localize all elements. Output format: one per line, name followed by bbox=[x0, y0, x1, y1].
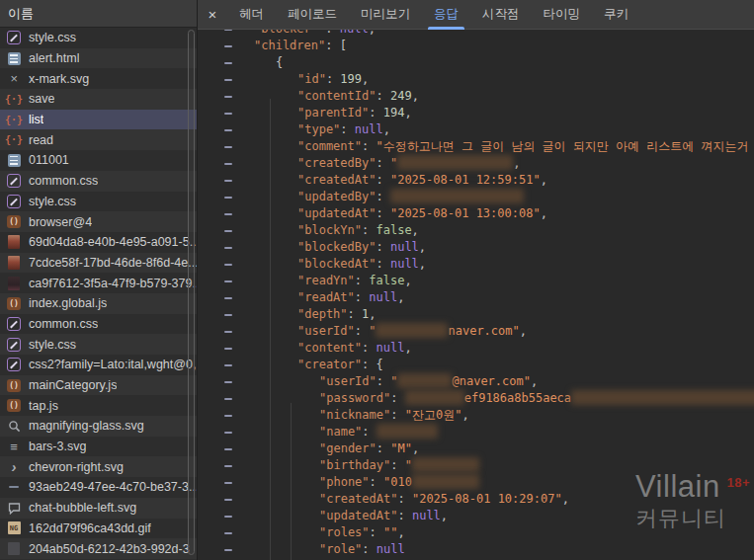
fold-marker[interactable] bbox=[224, 30, 232, 31]
request-row[interactable]: {·}save bbox=[0, 89, 197, 110]
tab-2[interactable]: 미리보기 bbox=[359, 0, 412, 30]
redacted-blur bbox=[571, 390, 754, 405]
fold-marker[interactable] bbox=[224, 62, 232, 64]
request-label: alert.html bbox=[29, 51, 79, 65]
fold-marker[interactable] bbox=[224, 96, 232, 98]
fold-marker[interactable] bbox=[224, 213, 232, 215]
fold-marker[interactable] bbox=[224, 197, 232, 199]
request-label: css2?family=Lato:ital,wght@0,... bbox=[29, 358, 197, 371]
tab-4[interactable]: 시작점 bbox=[480, 0, 522, 30]
request-label: read bbox=[29, 133, 53, 147]
response-panel: × 헤더페이로드미리보기응답시작점타이밍쿠키 "blocker" : null,… bbox=[198, 0, 754, 560]
request-row[interactable]: style.css bbox=[0, 28, 197, 48]
tab-1[interactable]: 페이로드 bbox=[286, 0, 339, 30]
fold-marker[interactable] bbox=[224, 113, 232, 115]
request-row[interactable]: ()browser@4 bbox=[0, 211, 197, 232]
fold-marker[interactable] bbox=[224, 180, 232, 182]
sidebar-scrollbar-thumb[interactable] bbox=[188, 30, 195, 555]
fold-marker[interactable] bbox=[224, 331, 232, 333]
request-row[interactable]: ()tap.js bbox=[0, 395, 197, 416]
request-list-sidebar: 이름 style.cssalert.html×x-mark.svg{·}save… bbox=[0, 0, 198, 560]
fold-marker[interactable] bbox=[224, 314, 232, 316]
request-row[interactable]: NG162dd79f96ca43dd.gif bbox=[0, 519, 197, 539]
css-file-icon bbox=[6, 316, 22, 331]
request-row[interactable]: ≡bars-3.svg bbox=[0, 437, 197, 457]
fold-marker[interactable] bbox=[224, 381, 232, 383]
request-row[interactable]: 204ab50d-6212-42b3-992d-3 bbox=[0, 538, 197, 559]
tab-response-selected[interactable]: 응답 bbox=[432, 0, 461, 30]
request-label: magnifying-glass.svg bbox=[29, 419, 144, 433]
request-label: style.css bbox=[29, 338, 76, 352]
fold-marker[interactable] bbox=[224, 129, 232, 131]
fetch-braces-icon: {·} bbox=[6, 132, 22, 147]
gif-thumbnail-icon: NG bbox=[6, 520, 22, 535]
code-line: "readAt": null, bbox=[198, 289, 754, 306]
request-row[interactable]: style.css bbox=[0, 192, 197, 212]
fold-marker[interactable] bbox=[224, 549, 232, 551]
request-label: 204ab50d-6212-42b3-992d-3 bbox=[29, 542, 190, 556]
request-row[interactable]: {·}read bbox=[0, 129, 197, 150]
request-row[interactable]: chat-bubble-left.svg bbox=[0, 498, 197, 519]
code-line: "blocker" : null, bbox=[198, 30, 754, 38]
devtools-network-panel: 이름 style.cssalert.html×x-mark.svg{·}save… bbox=[0, 0, 754, 560]
javascript-file-icon: () bbox=[6, 378, 22, 393]
request-row[interactable]: css2?family=Lato:ital,wght@0,... bbox=[0, 355, 197, 375]
request-row[interactable]: ca9f7612-3f5a-47f9-b579-379... bbox=[0, 273, 197, 293]
fold-marker[interactable] bbox=[224, 465, 232, 467]
fold-marker[interactable] bbox=[224, 448, 232, 450]
request-row[interactable]: style.css bbox=[0, 334, 197, 355]
code-line: "children": [ bbox=[198, 38, 754, 54]
tab-6[interactable]: 쿠키 bbox=[602, 0, 630, 30]
redacted-blur bbox=[390, 189, 524, 203]
watermark-subtitle: 커뮤니티 bbox=[635, 504, 726, 533]
request-row[interactable]: magnifying-glass.svg bbox=[0, 416, 197, 437]
fold-marker[interactable] bbox=[224, 247, 232, 249]
chevron-right-icon: › bbox=[6, 459, 22, 474]
fold-marker[interactable] bbox=[224, 516, 232, 518]
code-line: "userId": "@naver.com", bbox=[198, 373, 754, 390]
fold-marker[interactable] bbox=[224, 415, 232, 417]
code-line: "blockYn": false, bbox=[198, 222, 754, 239]
code-line: "comment": "수정하고나면 그 글이 남의 글이 되지만 아예 리스트… bbox=[198, 138, 754, 155]
request-row[interactable]: common.css bbox=[0, 171, 197, 192]
request-row[interactable]: ›chevron-right.svg bbox=[0, 456, 197, 477]
redacted-blur bbox=[397, 373, 452, 388]
fold-marker[interactable] bbox=[224, 532, 232, 534]
fold-marker[interactable] bbox=[224, 280, 232, 282]
close-icon[interactable]: × bbox=[198, 6, 227, 23]
tab-0[interactable]: 헤더 bbox=[237, 0, 266, 30]
fold-marker[interactable] bbox=[224, 79, 232, 81]
request-row[interactable]: 69d04da8-e40b-4e95-a091-5... bbox=[0, 232, 197, 253]
code-line: "readYn": false, bbox=[198, 273, 754, 289]
code-line: "password": ef9186a8b55aecab0 bbox=[198, 390, 754, 407]
fold-marker[interactable] bbox=[224, 163, 232, 165]
request-row[interactable]: ()index.global.js bbox=[0, 293, 197, 314]
request-row[interactable]: {·}list bbox=[0, 110, 197, 130]
code-line: "blockedAt": null, bbox=[198, 256, 754, 273]
fold-marker[interactable] bbox=[224, 364, 232, 366]
request-row[interactable]: ()mainCategory.js bbox=[0, 375, 197, 396]
fold-marker[interactable] bbox=[224, 482, 232, 484]
request-row[interactable]: 7cdce58f-17bd-46de-8f6d-4e... bbox=[0, 253, 197, 274]
javascript-file-icon: () bbox=[6, 398, 22, 413]
request-row[interactable]: alert.html bbox=[0, 48, 197, 69]
code-line: "createdBy": ", bbox=[198, 155, 754, 172]
fold-marker[interactable] bbox=[224, 146, 232, 148]
request-row[interactable]: 93aeb249-47ee-4c70-be37-3... bbox=[0, 477, 197, 498]
code-line: "gender": "M", bbox=[198, 440, 754, 457]
request-label: 011001 bbox=[29, 153, 69, 167]
fold-marker[interactable] bbox=[224, 398, 232, 400]
request-row[interactable]: common.css bbox=[0, 314, 197, 335]
fold-marker[interactable] bbox=[224, 264, 232, 266]
tab-5[interactable]: 타이밍 bbox=[542, 0, 583, 30]
request-label: 162dd79f96ca43dd.gif bbox=[29, 521, 151, 535]
fold-marker[interactable] bbox=[224, 297, 232, 299]
fold-marker[interactable] bbox=[224, 499, 232, 501]
request-row[interactable]: ×x-mark.svg bbox=[0, 68, 197, 89]
request-row[interactable]: 011001 bbox=[0, 150, 197, 171]
redacted-blur bbox=[412, 474, 479, 489]
fold-marker[interactable] bbox=[224, 348, 232, 350]
fold-marker[interactable] bbox=[224, 45, 232, 47]
fold-marker[interactable] bbox=[224, 230, 232, 232]
fold-marker[interactable] bbox=[224, 432, 232, 434]
